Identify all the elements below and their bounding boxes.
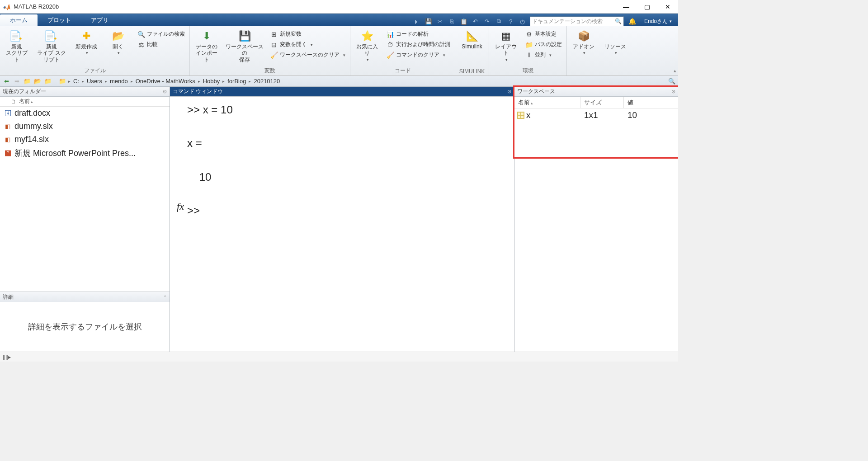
breadcrumb-item[interactable]: forBlog: [226, 78, 247, 85]
back-button[interactable]: ⬅: [2, 77, 11, 86]
browse-folder-icon[interactable]: 📂: [33, 77, 42, 86]
ribbon-group-file: 📄✦新規 スクリプト 📄✦新規 ライブ スクリプト ✚新規作成 📂開く 🔍ファイ…: [0, 26, 190, 75]
compare-button[interactable]: ⚖比較: [137, 40, 186, 49]
close-button[interactable]: ✕: [657, 0, 678, 14]
details-body: 詳細を表示するファイルを選択: [0, 302, 170, 352]
ribbon-group-environment: ▦レイアウト ⚙基本設定 📁パスの設定 ⫴並列 環境: [489, 26, 567, 75]
help-icon[interactable]: ?: [506, 17, 515, 26]
new-button[interactable]: ✚新規作成: [73, 28, 99, 56]
panel-menu-icon[interactable]: ⊙: [507, 89, 511, 94]
titlebar: MATLAB R2020b — ▢ ✕: [0, 0, 678, 14]
new-variable-button[interactable]: ⊞新規変数: [269, 30, 346, 38]
addons-button[interactable]: 📦アドオン: [571, 28, 597, 56]
matlab-logo-icon: [3, 3, 11, 11]
find-files-button[interactable]: 🔍ファイルの検索: [137, 30, 186, 38]
maximize-button[interactable]: ▢: [637, 0, 657, 14]
copy-icon[interactable]: ⎘: [448, 17, 457, 26]
details-header[interactable]: 詳細 ⌃: [0, 292, 170, 302]
command-window-panel: コマンド ウィンドウ ⊙ fx >> x = 10 x = 10 >>: [170, 87, 514, 352]
breadcrumb-item[interactable]: C:: [72, 78, 80, 85]
breadcrumb-item[interactable]: mendo: [108, 78, 129, 85]
resources-button[interactable]: リソース: [602, 28, 628, 56]
new-live-script-button[interactable]: 📄✦新規 ライブ スクリプト: [35, 28, 68, 63]
cut-icon[interactable]: ✂: [436, 17, 445, 26]
quick-access-toolbar: ⏵ 💾 ✂ ⎘ 📋 ↶ ↷ ⧉ ? ◷ ドキュメンテーションの検索 🔍 🔔 En…: [412, 16, 678, 26]
file-row[interactable]: ◧myf14.slx: [0, 133, 170, 146]
tab-home[interactable]: ホーム: [0, 14, 38, 26]
group-label-code: コード: [354, 66, 451, 75]
redo-icon[interactable]: ↷: [483, 17, 492, 26]
workspace-header[interactable]: ワークスペース ⊙: [514, 87, 678, 97]
save-icon[interactable]: 💾: [424, 17, 433, 26]
group-label-variable: 変数: [193, 66, 346, 75]
status-bar: ||||▸: [0, 352, 678, 362]
search-input[interactable]: ドキュメンテーションの検索 🔍: [530, 16, 624, 26]
layout-button[interactable]: ▦レイアウト: [493, 28, 519, 62]
parallel-button[interactable]: ⫴並列: [524, 51, 563, 59]
busy-indicator-icon: ||||▸: [3, 354, 11, 360]
search-placeholder: ドキュメンテーションの検索: [532, 18, 603, 25]
breadcrumb-item[interactable]: 20210120: [252, 78, 281, 85]
command-window-header[interactable]: コマンド ウィンドウ ⊙: [170, 87, 514, 97]
breadcrumb-item[interactable]: Hobby: [202, 78, 222, 85]
workspace-columns[interactable]: 名前▴ サイズ 値: [514, 97, 678, 108]
current-folder-header[interactable]: 現在のフォルダー ⊙: [0, 87, 170, 97]
group-label-file: ファイル: [4, 66, 186, 75]
run-and-time-button[interactable]: ⏱実行および時間の計測: [386, 40, 451, 49]
undo-icon[interactable]: ↶: [471, 17, 480, 26]
breadcrumb-item[interactable]: OneDrive - MathWorks: [134, 78, 197, 85]
file-row[interactable]: 🅆draft.docx: [0, 107, 170, 120]
paste-icon[interactable]: 📋: [459, 17, 468, 26]
panel-menu-icon[interactable]: ⊙: [163, 89, 167, 94]
refresh-icon[interactable]: 📁: [43, 77, 52, 86]
fx-icon[interactable]: fx: [177, 201, 184, 212]
community-icon[interactable]: ◷: [518, 17, 527, 26]
current-folder-panel: 現在のフォルダー ⊙ 🗋 名前 ▴ 🅆draft.docx ◧dummy.slx…: [0, 87, 170, 352]
ribbon-group-simulink: 📐Simulink SIMULINK: [455, 26, 489, 75]
save-workspace-button[interactable]: 💾ワークスペースの 保存: [225, 28, 264, 63]
tab-app[interactable]: アプリ: [81, 14, 118, 26]
favorites-button[interactable]: ⭐お気に入り: [354, 28, 380, 62]
clear-commands-button[interactable]: 🧹コマンドのクリア: [386, 51, 451, 59]
open-variable-button[interactable]: ⊟変数を開く: [269, 40, 346, 49]
tab-plot[interactable]: プロット: [38, 14, 81, 26]
prompt[interactable]: >>: [187, 202, 512, 219]
forward-button[interactable]: ➡: [12, 77, 21, 86]
analyze-code-button[interactable]: 📊コードの解析: [386, 30, 451, 38]
simulink-button[interactable]: 📐Simulink: [459, 28, 485, 50]
folder-icon: 📁: [58, 77, 67, 86]
ribbon: 📄✦新規 スクリプト 📄✦新規 ライブ スクリプト ✚新規作成 📂開く 🔍ファイ…: [0, 26, 678, 76]
breadcrumb-item[interactable]: Users: [85, 78, 104, 85]
path-search-icon[interactable]: 🔍: [667, 77, 676, 86]
qat-expand-icon[interactable]: ⏵: [412, 17, 421, 26]
file-row[interactable]: 🅿新規 Microsoft PowerPoint Pres...: [0, 146, 170, 160]
details-panel: 詳細 ⌃ 詳細を表示するファイルを選択: [0, 292, 170, 352]
current-folder-column-header[interactable]: 🗋 名前 ▴: [0, 97, 170, 107]
user-menu[interactable]: Endoさん▾: [641, 18, 675, 25]
window-title: MATLAB R2020b: [14, 3, 616, 10]
set-path-button[interactable]: 📁パスの設定: [524, 40, 563, 49]
ribbon-group-variable: ⬇データの インポート 💾ワークスペースの 保存 ⊞新規変数 ⊟変数を開く 🧹ワ…: [190, 26, 350, 75]
search-icon[interactable]: 🔍: [615, 18, 622, 24]
new-script-button[interactable]: 📄✦新規 スクリプト: [4, 28, 30, 63]
minimize-button[interactable]: —: [616, 0, 637, 14]
notification-bell-icon[interactable]: 🔔: [627, 18, 638, 25]
import-data-button[interactable]: ⬇データの インポート: [193, 28, 220, 63]
panel-menu-icon[interactable]: ⊙: [671, 89, 675, 94]
switch-windows-icon[interactable]: ⧉: [495, 17, 504, 26]
up-folder-icon[interactable]: 📁: [23, 77, 32, 86]
workspace-variable-row[interactable]: x 1x1 10: [514, 108, 678, 122]
ribbon-collapse-icon[interactable]: ▴: [674, 68, 676, 74]
file-row[interactable]: ◧dummy.slx: [0, 120, 170, 133]
output-line: x =: [187, 135, 512, 151]
clear-workspace-button[interactable]: 🧹ワークスペースのクリア: [269, 51, 346, 59]
output-line: 10: [187, 169, 512, 185]
main-layout: 現在のフォルダー ⊙ 🗋 名前 ▴ 🅆draft.docx ◧dummy.slx…: [0, 87, 678, 352]
ribbon-tabbar: ホーム プロット アプリ ⏵ 💾 ✂ ⎘ 📋 ↶ ↷ ⧉ ? ◷ ドキュメンテー…: [0, 14, 678, 26]
command-line: >> x = 10: [187, 101, 512, 118]
open-button[interactable]: 📂開く: [105, 28, 131, 56]
file-list[interactable]: 🅆draft.docx ◧dummy.slx ◧myf14.slx 🅿新規 Mi…: [0, 107, 170, 292]
command-window-content[interactable]: fx >> x = 10 x = 10 >>: [170, 97, 514, 352]
preferences-button[interactable]: ⚙基本設定: [524, 30, 563, 38]
ribbon-group-resources: 📦アドオン リソース: [567, 26, 632, 75]
